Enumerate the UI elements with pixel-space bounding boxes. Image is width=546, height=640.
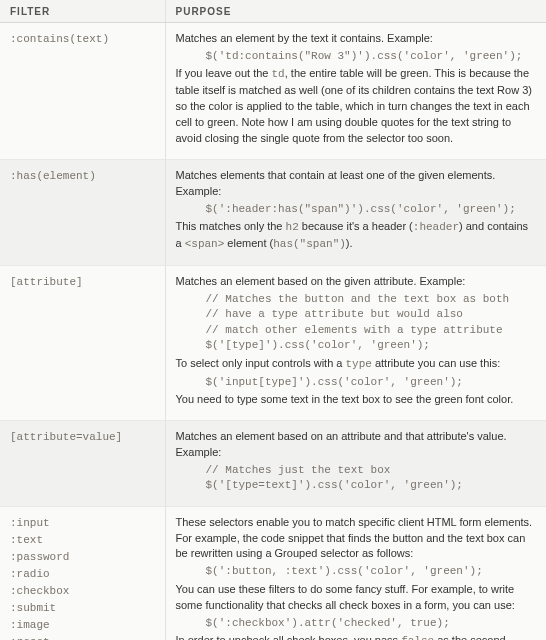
purpose-cell: Matches an element based on an attribute…	[165, 420, 546, 506]
filter-item: :reset	[10, 634, 155, 640]
purpose-cell: These selectors enable you to match spec…	[165, 506, 546, 640]
filter-item: :password	[10, 549, 155, 566]
reference-table: FILTER PURPOSE :contains(text)Matches an…	[0, 0, 546, 640]
inline-code: false	[401, 635, 434, 640]
purpose-text: Matches an element based on the given at…	[176, 274, 537, 290]
code-block: // Matches the button and the text box a…	[206, 292, 537, 354]
filter-cell: :has(element)	[0, 160, 165, 266]
purpose-cell: Matches elements that contain at least o…	[165, 160, 546, 266]
filter-cell: :contains(text)	[0, 23, 165, 160]
purpose-text: You need to type some text in the text b…	[176, 392, 537, 408]
code-block: $(':header:has("span")').css('color', 'g…	[206, 202, 537, 217]
inline-code: <span>	[185, 238, 225, 250]
purpose-text: You can use these filters to do some fan…	[176, 582, 537, 614]
inline-code: h2	[286, 221, 299, 233]
code-block: $('td:contains("Row 3")').css('color', '…	[206, 49, 537, 64]
purpose-cell: Matches an element by the text it contai…	[165, 23, 546, 160]
filter-cell: [attribute=value]	[0, 420, 165, 506]
code-block: $('input[type]').css('color', 'green');	[206, 375, 537, 390]
filter-item: :radio	[10, 566, 155, 583]
filter-item: [attribute=value]	[10, 429, 155, 446]
inline-code: :header	[413, 221, 459, 233]
inline-code: td	[272, 68, 285, 80]
filter-cell: [attribute]	[0, 266, 165, 421]
filter-item: :image	[10, 617, 155, 634]
purpose-text: To select only input controls with a typ…	[176, 356, 537, 373]
filter-item: :input	[10, 515, 155, 532]
table-row: [attribute]Matches an element based on t…	[0, 266, 546, 421]
filter-item: :submit	[10, 600, 155, 617]
table-row: :contains(text)Matches an element by the…	[0, 23, 546, 160]
header-filter: FILTER	[0, 0, 165, 23]
purpose-text: Matches an element based on an attribute…	[176, 429, 537, 461]
filter-item: [attribute]	[10, 274, 155, 291]
filter-item: :has(element)	[10, 168, 155, 185]
purpose-text: Matches an element by the text it contai…	[176, 31, 537, 47]
inline-code: has("span")	[273, 238, 346, 250]
purpose-text: In order to uncheck all check boxes, you…	[176, 633, 537, 640]
header-purpose: PURPOSE	[165, 0, 546, 23]
inline-code: type	[345, 358, 371, 370]
filter-item: :checkbox	[10, 583, 155, 600]
filter-item: :text	[10, 532, 155, 549]
code-block: $(':button, :text').css('color', 'green'…	[206, 564, 537, 579]
table-row: :input:text:password:radio:checkbox:subm…	[0, 506, 546, 640]
filter-item: :contains(text)	[10, 31, 155, 48]
table-row: [attribute=value]Matches an element base…	[0, 420, 546, 506]
purpose-cell: Matches an element based on the given at…	[165, 266, 546, 421]
purpose-text: If you leave out the td, the entire tabl…	[176, 66, 537, 147]
purpose-text: Matches elements that contain at least o…	[176, 168, 537, 200]
table-row: :has(element)Matches elements that conta…	[0, 160, 546, 266]
purpose-text: This matches only the h2 because it's a …	[176, 219, 537, 253]
code-block: $(':checkbox').attr('checked', true);	[206, 616, 537, 631]
code-block: // Matches just the text box $('[type=te…	[206, 463, 537, 494]
purpose-text: These selectors enable you to match spec…	[176, 515, 537, 563]
filter-cell: :input:text:password:radio:checkbox:subm…	[0, 506, 165, 640]
